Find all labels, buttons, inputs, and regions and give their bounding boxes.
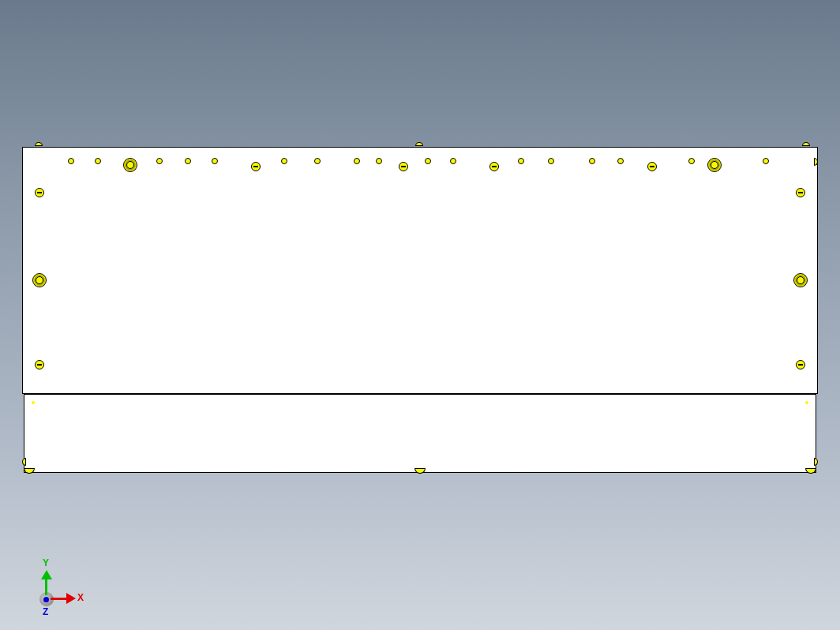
triad-y-axis [45, 578, 47, 595]
hole-small [68, 158, 74, 164]
hole-medium [35, 360, 44, 369]
hole-small [376, 158, 382, 164]
hole-medium [251, 162, 261, 171]
hole-medium [796, 188, 805, 197]
small-corner [805, 401, 808, 404]
hole-small [156, 158, 163, 164]
triad-y-arrowhead [41, 570, 52, 579]
hole-small [314, 158, 321, 164]
edge-hole-left [22, 458, 26, 466]
hole-small [688, 158, 695, 164]
hole-large [707, 158, 722, 172]
hole-small [518, 158, 524, 164]
hole-small [548, 158, 554, 164]
hole-large [123, 158, 137, 172]
hole-medium [35, 188, 44, 197]
small-corner [32, 401, 35, 404]
cad-panel-bottom [24, 394, 816, 473]
triad-z-label: Z [43, 606, 48, 617]
hole-medium [489, 162, 499, 171]
hole-small [354, 158, 360, 164]
triad-z-axis [43, 597, 49, 602]
triad-x-label: X [77, 592, 84, 603]
edge-hole-right [814, 458, 818, 466]
edge-hole-top [35, 142, 43, 146]
edge-hole-top [802, 142, 810, 146]
hole-small [617, 158, 624, 164]
hole-small [763, 158, 769, 164]
hole-small [425, 158, 431, 164]
hole-large [32, 273, 47, 287]
triad-x-axis [51, 598, 68, 600]
hole-medium [796, 360, 805, 369]
edge-hole-top [415, 142, 423, 146]
hole-medium [647, 162, 657, 171]
cad-panel-main [22, 147, 818, 394]
hole-small [589, 158, 595, 164]
hole-small [212, 158, 218, 164]
triad-y-label: Y [43, 557, 49, 568]
triad-x-arrowhead [66, 593, 76, 604]
hole-small [95, 158, 101, 164]
hole-small [185, 158, 191, 164]
hole-medium [399, 162, 408, 171]
hole-large [793, 273, 808, 287]
hole-small [450, 158, 456, 164]
hole-small [281, 158, 287, 164]
orientation-triad[interactable]: X Y Z [39, 559, 87, 606]
